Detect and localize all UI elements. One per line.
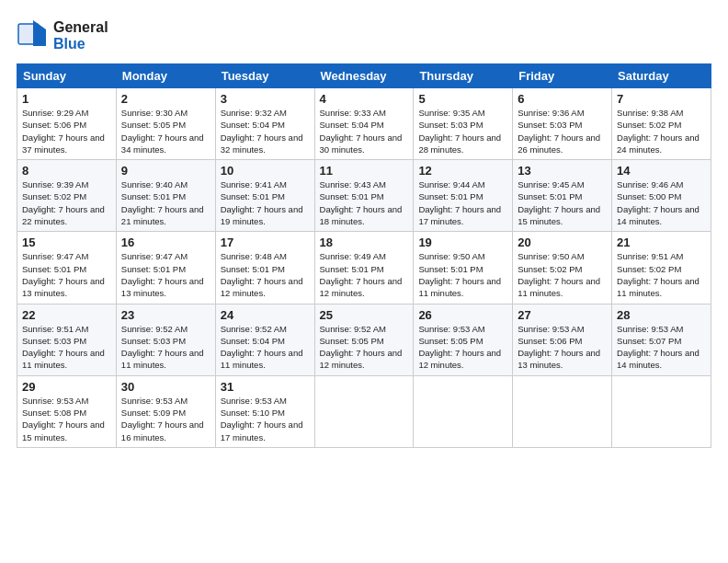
- calendar-cell: 6Sunrise: 9:36 AMSunset: 5:03 PMDaylight…: [513, 88, 612, 160]
- day-number: 7: [617, 92, 706, 106]
- day-number: 16: [121, 236, 210, 249]
- calendar-cell: [314, 375, 414, 447]
- day-number: 23: [121, 308, 210, 322]
- day-number: 9: [121, 164, 210, 178]
- cell-info: Sunrise: 9:43 AMSunset: 5:01 PMDaylight:…: [320, 178, 409, 227]
- day-number: 13: [518, 164, 607, 178]
- calendar-cell: 16Sunrise: 9:47 AMSunset: 5:01 PMDayligh…: [116, 232, 215, 304]
- calendar-cell: 4Sunrise: 9:33 AMSunset: 5:04 PMDaylight…: [314, 88, 414, 160]
- cell-info: Sunrise: 9:41 AMSunset: 5:01 PMDaylight:…: [221, 178, 310, 227]
- day-number: 2: [121, 92, 210, 106]
- day-number: 27: [518, 308, 607, 322]
- cell-info: Sunrise: 9:44 AMSunset: 5:01 PMDaylight:…: [418, 178, 507, 227]
- cell-info: Sunrise: 9:53 AMSunset: 5:05 PMDaylight:…: [418, 323, 507, 372]
- day-number: 3: [221, 92, 310, 106]
- day-number: 12: [418, 164, 507, 178]
- calendar-cell: 23Sunrise: 9:52 AMSunset: 5:03 PMDayligh…: [116, 304, 215, 375]
- cell-info: Sunrise: 9:53 AMSunset: 5:09 PMDaylight:…: [121, 395, 210, 443]
- cell-info: Sunrise: 9:36 AMSunset: 5:03 PMDaylight:…: [518, 107, 607, 155]
- calendar-cell: 1Sunrise: 9:29 AMSunset: 5:06 PMDaylight…: [17, 88, 117, 160]
- cell-info: Sunrise: 9:51 AMSunset: 5:03 PMDaylight:…: [22, 323, 111, 372]
- calendar-cell: 19Sunrise: 9:50 AMSunset: 5:01 PMDayligh…: [414, 232, 513, 304]
- calendar-cell: [414, 375, 513, 447]
- logo-icon: [17, 17, 50, 54]
- day-number: 1: [22, 92, 111, 106]
- calendar-cell: 8Sunrise: 9:39 AMSunset: 5:02 PMDaylight…: [17, 160, 117, 232]
- day-number: 28: [617, 308, 706, 322]
- calendar-cell: 29Sunrise: 9:53 AMSunset: 5:08 PMDayligh…: [17, 375, 117, 447]
- cell-info: Sunrise: 9:29 AMSunset: 5:06 PMDaylight:…: [22, 107, 111, 155]
- calendar-cell: 7Sunrise: 9:38 AMSunset: 5:02 PMDaylight…: [612, 88, 711, 160]
- calendar-cell: 27Sunrise: 9:53 AMSunset: 5:06 PMDayligh…: [513, 304, 612, 375]
- col-monday: Monday: [116, 64, 215, 88]
- cell-info: Sunrise: 9:53 AMSunset: 5:08 PMDaylight:…: [22, 395, 111, 443]
- logo-blue: Blue: [53, 36, 108, 52]
- calendar-cell: 12Sunrise: 9:44 AMSunset: 5:01 PMDayligh…: [414, 160, 513, 232]
- cell-info: Sunrise: 9:47 AMSunset: 5:01 PMDaylight:…: [22, 250, 111, 299]
- cell-info: Sunrise: 9:48 AMSunset: 5:01 PMDaylight:…: [221, 250, 310, 299]
- calendar-cell: 9Sunrise: 9:40 AMSunset: 5:01 PMDaylight…: [116, 160, 215, 232]
- calendar-cell: 26Sunrise: 9:53 AMSunset: 5:05 PMDayligh…: [414, 304, 513, 375]
- calendar-cell: 17Sunrise: 9:48 AMSunset: 5:01 PMDayligh…: [215, 232, 314, 304]
- col-thursday: Thursday: [414, 64, 513, 88]
- cell-info: Sunrise: 9:51 AMSunset: 5:02 PMDaylight:…: [617, 250, 706, 299]
- day-number: 22: [22, 308, 111, 322]
- calendar-cell: 28Sunrise: 9:53 AMSunset: 5:07 PMDayligh…: [612, 304, 711, 375]
- cell-info: Sunrise: 9:30 AMSunset: 5:05 PMDaylight:…: [121, 107, 210, 155]
- logo: General Blue: [17, 17, 108, 54]
- day-number: 11: [320, 164, 409, 178]
- day-number: 25: [320, 308, 409, 322]
- svg-marker-1: [33, 20, 46, 46]
- cell-info: Sunrise: 9:45 AMSunset: 5:01 PMDaylight:…: [518, 178, 607, 227]
- day-number: 29: [22, 380, 111, 394]
- day-number: 24: [221, 308, 310, 322]
- col-tuesday: Tuesday: [215, 64, 314, 88]
- day-number: 8: [22, 164, 111, 178]
- header: General Blue: [17, 17, 711, 54]
- cell-info: Sunrise: 9:47 AMSunset: 5:01 PMDaylight:…: [121, 250, 210, 299]
- cell-info: Sunrise: 9:39 AMSunset: 5:02 PMDaylight:…: [22, 178, 111, 227]
- calendar-cell: [513, 375, 612, 447]
- calendar-cell: 5Sunrise: 9:35 AMSunset: 5:03 PMDaylight…: [414, 88, 513, 160]
- calendar-cell: 20Sunrise: 9:50 AMSunset: 5:02 PMDayligh…: [513, 232, 612, 304]
- day-number: 15: [22, 236, 111, 249]
- calendar-table: Sunday Monday Tuesday Wednesday Thursday…: [17, 63, 711, 448]
- calendar-cell: 30Sunrise: 9:53 AMSunset: 5:09 PMDayligh…: [116, 375, 215, 447]
- col-wednesday: Wednesday: [314, 64, 414, 88]
- cell-info: Sunrise: 9:38 AMSunset: 5:02 PMDaylight:…: [617, 107, 706, 155]
- calendar-cell: 2Sunrise: 9:30 AMSunset: 5:05 PMDaylight…: [116, 88, 215, 160]
- calendar-cell: 15Sunrise: 9:47 AMSunset: 5:01 PMDayligh…: [17, 232, 117, 304]
- calendar-cell: 13Sunrise: 9:45 AMSunset: 5:01 PMDayligh…: [513, 160, 612, 232]
- day-number: 17: [221, 236, 310, 249]
- calendar-cell: 10Sunrise: 9:41 AMSunset: 5:01 PMDayligh…: [215, 160, 314, 232]
- cell-info: Sunrise: 9:53 AMSunset: 5:10 PMDaylight:…: [221, 395, 310, 443]
- cell-info: Sunrise: 9:52 AMSunset: 5:03 PMDaylight:…: [121, 323, 210, 372]
- calendar-cell: 18Sunrise: 9:49 AMSunset: 5:01 PMDayligh…: [314, 232, 414, 304]
- cell-info: Sunrise: 9:53 AMSunset: 5:06 PMDaylight:…: [518, 323, 607, 372]
- day-number: 21: [617, 236, 706, 249]
- calendar-cell: 31Sunrise: 9:53 AMSunset: 5:10 PMDayligh…: [215, 375, 314, 447]
- cell-info: Sunrise: 9:50 AMSunset: 5:01 PMDaylight:…: [418, 250, 507, 299]
- col-saturday: Saturday: [612, 64, 711, 88]
- day-number: 30: [121, 380, 210, 394]
- calendar-cell: 14Sunrise: 9:46 AMSunset: 5:00 PMDayligh…: [612, 160, 711, 232]
- calendar-cell: 22Sunrise: 9:51 AMSunset: 5:03 PMDayligh…: [17, 304, 117, 375]
- day-number: 18: [320, 236, 409, 249]
- day-number: 10: [221, 164, 310, 178]
- calendar-cell: 21Sunrise: 9:51 AMSunset: 5:02 PMDayligh…: [612, 232, 711, 304]
- day-number: 20: [518, 236, 607, 249]
- col-sunday: Sunday: [17, 64, 117, 88]
- cell-info: Sunrise: 9:35 AMSunset: 5:03 PMDaylight:…: [418, 107, 507, 155]
- day-number: 14: [617, 164, 706, 178]
- cell-info: Sunrise: 9:33 AMSunset: 5:04 PMDaylight:…: [320, 107, 409, 155]
- logo-general: General: [53, 19, 108, 36]
- calendar-cell: [612, 375, 711, 447]
- day-number: 4: [320, 92, 409, 106]
- calendar-header-row: Sunday Monday Tuesday Wednesday Thursday…: [17, 64, 711, 88]
- calendar-cell: 25Sunrise: 9:52 AMSunset: 5:05 PMDayligh…: [314, 304, 414, 375]
- cell-info: Sunrise: 9:52 AMSunset: 5:05 PMDaylight:…: [320, 323, 409, 372]
- calendar-page: General Blue Sunday Monday Tuesday Wedne…: [0, 0, 728, 563]
- cell-info: Sunrise: 9:49 AMSunset: 5:01 PMDaylight:…: [320, 250, 409, 299]
- cell-info: Sunrise: 9:46 AMSunset: 5:00 PMDaylight:…: [617, 178, 706, 227]
- day-number: 19: [418, 236, 507, 249]
